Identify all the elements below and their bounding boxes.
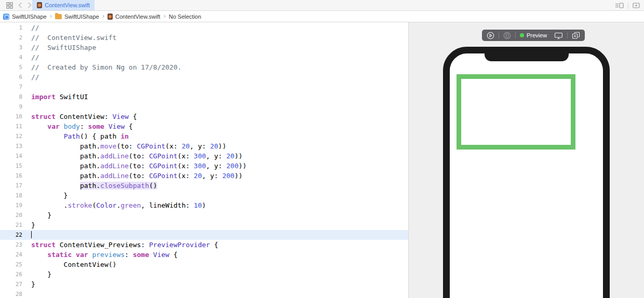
- code-line[interactable]: 23struct ContentView_Previews: PreviewPr…: [0, 240, 408, 250]
- code-line[interactable]: 12 Path() { path in: [0, 131, 408, 141]
- chevron-forward-icon[interactable]: [28, 1, 32, 10]
- code-text: }: [31, 279, 35, 289]
- code-line[interactable]: 2// ContentView.swift: [0, 33, 408, 43]
- line-number: 26: [0, 269, 22, 279]
- code-line[interactable]: 17 path.closeSubpath(): [0, 181, 408, 191]
- divider: [499, 32, 499, 38]
- breadcrumb-item-selection[interactable]: No Selection: [169, 13, 201, 20]
- tab-contentview-swift[interactable]: ContentView.swift: [32, 0, 95, 10]
- line-number: 1: [0, 23, 22, 33]
- line-number: 21: [0, 220, 22, 230]
- breadcrumb-item-group[interactable]: SwiftUIShape: [55, 13, 99, 20]
- line-number: 8: [0, 92, 22, 102]
- code-line[interactable]: 26 }: [0, 269, 408, 279]
- duplicate-preview-icon[interactable]: [572, 31, 580, 40]
- code-line[interactable]: 28: [0, 289, 408, 298]
- code-line[interactable]: 10struct ContentView: View {: [0, 112, 408, 121]
- app-icon: [3, 13, 9, 20]
- preview-status: Preview: [520, 32, 547, 38]
- code-line[interactable]: 20 }: [0, 210, 408, 220]
- code-text: path.addLine(to: CGPoint(x: 20, y: 200)): [31, 171, 243, 181]
- line-number: 7: [0, 82, 22, 92]
- code-text: [31, 230, 32, 240]
- code-text: path.closeSubpath(): [31, 181, 157, 191]
- code-line[interactable]: 14 path.addLine(to: CGPoint(x: 300, y: 2…: [0, 151, 408, 161]
- preview-label: Preview: [527, 32, 547, 38]
- code-text: static var previews: some View {: [31, 250, 178, 260]
- breadcrumb-item-project[interactable]: SwiftUIShape: [3, 13, 47, 20]
- code-text: // Created by Simon Ng on 17/8/2020.: [31, 62, 182, 72]
- code-line[interactable]: 27}: [0, 279, 408, 289]
- line-number: 12: [0, 131, 22, 141]
- line-number: 5: [0, 62, 22, 72]
- divider: [515, 32, 516, 38]
- code-line[interactable]: 8import SwiftUI: [0, 92, 408, 102]
- preview-toolbar: Preview: [482, 30, 585, 41]
- code-text: struct ContentView_Previews: PreviewProv…: [31, 240, 218, 250]
- line-number: 13: [0, 141, 22, 151]
- add-editor-icon[interactable]: [633, 1, 640, 10]
- code-text: path.move(to: CGPoint(x: 20, y: 20)): [31, 141, 226, 151]
- line-number: 9: [0, 102, 22, 112]
- tab-title: ContentView.swift: [45, 2, 90, 8]
- code-text: struct ContentView: View {: [31, 112, 137, 121]
- code-line[interactable]: 19 .stroke(Color.green, lineWidth: 10): [0, 200, 408, 210]
- code-line[interactable]: 1//: [0, 23, 408, 33]
- code-text: //: [31, 52, 39, 62]
- code-text: }: [31, 220, 35, 230]
- code-line[interactable]: 24 static var previews: some View {: [0, 250, 408, 260]
- line-number: 18: [0, 191, 22, 200]
- iphone-notch: [485, 53, 569, 61]
- breadcrumb-item-file[interactable]: ContentView.swift: [108, 13, 160, 20]
- chevron-right-icon: ›: [102, 12, 105, 20]
- line-number: 2: [0, 33, 22, 43]
- play-icon[interactable]: [487, 31, 494, 40]
- code-line[interactable]: 18 }: [0, 191, 408, 200]
- grid-icon[interactable]: [6, 1, 13, 10]
- code-line[interactable]: 3// SwiftUIShape: [0, 43, 408, 52]
- tab-bar: ContentView.swift: [0, 0, 644, 11]
- code-line[interactable]: 5// Created by Simon Ng on 17/8/2020.: [0, 62, 408, 72]
- line-number: 16: [0, 171, 22, 181]
- live-preview-icon[interactable]: [503, 31, 511, 40]
- code-line[interactable]: 9: [0, 102, 408, 112]
- code-line[interactable]: 6//: [0, 72, 408, 82]
- status-dot: [520, 33, 524, 37]
- code-line[interactable]: 25 ContentView(): [0, 260, 408, 269]
- code-line[interactable]: 22: [0, 230, 408, 240]
- code-text: ContentView(): [31, 260, 116, 269]
- code-text: // SwiftUIShape: [31, 43, 96, 52]
- code-line[interactable]: 7: [0, 82, 408, 92]
- line-number: 28: [0, 289, 22, 298]
- xcode-window: ContentView.swift SwiftUIShape › Swif: [0, 0, 644, 298]
- line-number: 17: [0, 181, 22, 191]
- code-line[interactable]: 4//: [0, 52, 408, 62]
- divider: [567, 32, 568, 38]
- code-lines: 1//2// ContentView.swift3// SwiftUIShape…: [0, 23, 408, 298]
- line-number: 10: [0, 112, 22, 121]
- code-text: //: [31, 72, 39, 82]
- code-line[interactable]: 15 path.addLine(to: CGPoint(x: 300, y: 2…: [0, 161, 408, 171]
- code-line[interactable]: 13 path.move(to: CGPoint(x: 20, y: 20)): [0, 141, 408, 151]
- preview-canvas: Preview: [408, 22, 644, 298]
- line-number: 11: [0, 121, 22, 131]
- editor-options-icon[interactable]: [615, 1, 624, 10]
- code-text: }: [31, 191, 68, 200]
- code-line[interactable]: 11 var body: some View {: [0, 121, 408, 131]
- breadcrumb: SwiftUIShape › SwiftUIShape › ContentVie…: [0, 11, 644, 22]
- chevron-back-icon[interactable]: [18, 1, 22, 10]
- code-line[interactable]: 21}: [0, 220, 408, 230]
- device-icon[interactable]: [554, 31, 563, 40]
- line-number: 25: [0, 260, 22, 269]
- line-number: 19: [0, 200, 22, 210]
- code-editor[interactable]: 1//2// ContentView.swift3// SwiftUIShape…: [0, 22, 408, 298]
- text-cursor: [31, 231, 32, 238]
- chevron-right-icon: ›: [163, 12, 166, 20]
- line-number: 23: [0, 240, 22, 250]
- code-text: path.addLine(to: CGPoint(x: 300, y: 20)): [31, 151, 243, 161]
- code-text: //: [31, 23, 39, 33]
- code-line[interactable]: 16 path.addLine(to: CGPoint(x: 20, y: 20…: [0, 171, 408, 181]
- line-number: 27: [0, 279, 22, 289]
- line-number: 22: [0, 230, 22, 240]
- divider: [628, 3, 628, 9]
